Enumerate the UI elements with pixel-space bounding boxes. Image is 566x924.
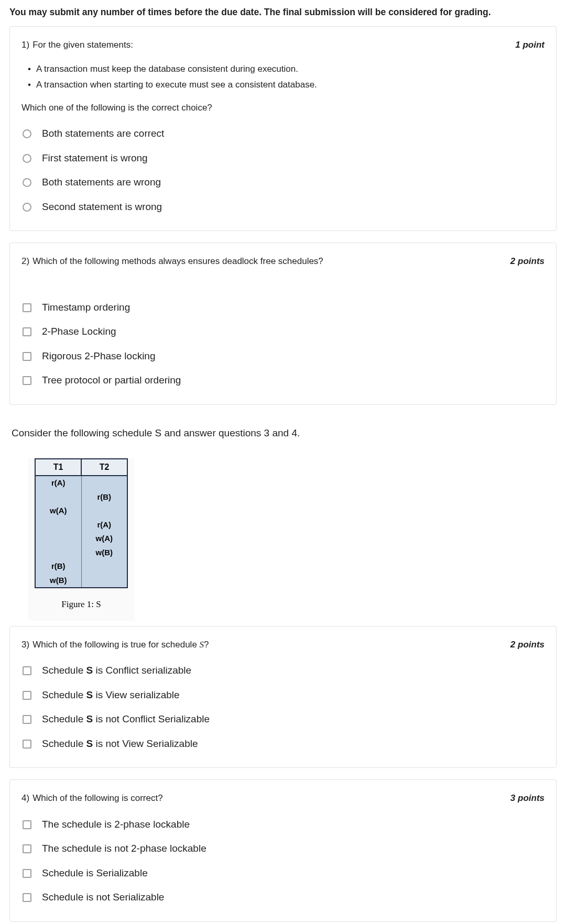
- cell: w(A): [81, 532, 127, 546]
- q1-bullet-0: A transaction must keep the database con…: [31, 62, 545, 76]
- cell: w(B): [81, 546, 127, 560]
- checkbox-icon[interactable]: [23, 869, 31, 878]
- q4-option-0[interactable]: The schedule is 2-phase lockable: [21, 812, 545, 837]
- q2-option-0[interactable]: Timestamp ordering: [21, 295, 545, 320]
- question-2: 2) Which of the following methods always…: [9, 243, 557, 405]
- cell: [35, 518, 81, 532]
- checkbox-icon[interactable]: [23, 820, 31, 829]
- q2-points: 2 points: [510, 255, 545, 268]
- q3-option-0-label: Schedule S is Conflict serializable: [42, 663, 191, 678]
- radio-icon[interactable]: [23, 154, 31, 163]
- radio-icon[interactable]: [23, 178, 31, 187]
- q2-option-1-label: 2-Phase Locking: [42, 324, 116, 339]
- q2-option-3-label: Tree protocol or partial ordering: [42, 373, 181, 388]
- question-4: 4) Which of the following is correct? 3 …: [9, 779, 557, 922]
- q1-number: 1): [21, 38, 29, 52]
- q4-number: 4): [21, 791, 29, 805]
- q1-bullet-1: A transaction when starting to execute m…: [31, 78, 545, 92]
- checkbox-icon[interactable]: [23, 844, 31, 853]
- q3-points: 2 points: [510, 638, 545, 652]
- cell: r(B): [35, 559, 81, 574]
- checkbox-icon[interactable]: [23, 740, 31, 749]
- q2-option-2[interactable]: Rigorous 2-Phase locking: [21, 344, 545, 369]
- cell: [81, 504, 127, 518]
- checkbox-icon[interactable]: [23, 352, 31, 361]
- q3-prompt-italic: S: [200, 640, 204, 650]
- q1-option-1-label: First statement is wrong: [42, 151, 148, 166]
- q4-option-0-label: The schedule is 2-phase lockable: [42, 817, 190, 832]
- q3-option-2[interactable]: Schedule S is not Conflict Serializable: [21, 707, 545, 732]
- q3-option-1[interactable]: Schedule S is View serializable: [21, 683, 545, 708]
- q2-number: 2): [21, 255, 29, 268]
- cell: [35, 546, 81, 560]
- q3-prompt: Which of the following is true for sched…: [32, 638, 209, 652]
- q4-option-3[interactable]: Schedule is not Serializable: [21, 885, 545, 910]
- q2-option-1[interactable]: 2-Phase Locking: [21, 320, 545, 344]
- cell: [35, 532, 81, 546]
- cell: r(A): [35, 476, 81, 490]
- checkbox-icon[interactable]: [23, 715, 31, 724]
- q1-option-2[interactable]: Both statements are wrong: [21, 170, 545, 195]
- question-1: 1) For the given statements: 1 point A t…: [9, 26, 557, 231]
- cell: [81, 574, 127, 588]
- cell: [81, 476, 127, 490]
- q1-points: 1 point: [515, 38, 545, 52]
- q3-option-0[interactable]: Schedule S is Conflict serializable: [21, 658, 545, 683]
- q1-option-0-label: Both statements are correct: [42, 126, 164, 141]
- radio-icon[interactable]: [23, 203, 31, 212]
- q1-option-2-label: Both statements are wrong: [42, 175, 161, 190]
- q3-prompt-post: ?: [204, 640, 209, 650]
- cell: w(A): [35, 504, 81, 518]
- cell: r(A): [81, 518, 127, 532]
- cell: [81, 559, 127, 574]
- schedule-header-t2: T2: [81, 459, 127, 476]
- schedule-header-t1: T1: [35, 459, 81, 476]
- q2-option-3[interactable]: Tree protocol or partial ordering: [21, 368, 545, 393]
- q1-option-1[interactable]: First statement is wrong: [21, 146, 545, 171]
- q2-prompt: Which of the following methods always en…: [32, 255, 323, 268]
- q4-prompt: Which of the following is correct?: [32, 791, 163, 805]
- checkbox-icon[interactable]: [23, 376, 31, 385]
- question-3: 3) Which of the following is true for sc…: [9, 626, 557, 768]
- schedule-figure: T1 T2 r(A) r(B) w(A) r(A) w(A) w(B) r(B)…: [28, 458, 134, 621]
- q2-option-0-label: Timestamp ordering: [42, 300, 130, 315]
- q3-number: 3): [21, 638, 29, 652]
- q1-option-3-label: Second statement is wrong: [42, 200, 162, 215]
- q1-subprompt: Which one of the following is the correc…: [21, 101, 545, 115]
- q3-prompt-pre: Which of the following is true for sched…: [32, 640, 199, 650]
- q4-option-2[interactable]: Schedule is Serializable: [21, 861, 545, 886]
- checkbox-icon[interactable]: [23, 893, 31, 902]
- schedule-table: T1 T2 r(A) r(B) w(A) r(A) w(A) w(B) r(B)…: [35, 458, 128, 588]
- q1-prompt: For the given statements:: [32, 38, 133, 52]
- checkbox-icon[interactable]: [23, 303, 31, 312]
- cell: r(B): [81, 490, 127, 504]
- figure-caption: Figure 1: S: [35, 598, 128, 611]
- q4-option-2-label: Schedule is Serializable: [42, 866, 148, 881]
- q4-points: 3 points: [510, 791, 545, 805]
- checkbox-icon[interactable]: [23, 327, 31, 336]
- checkbox-icon[interactable]: [23, 691, 31, 700]
- schedule-intro-text: Consider the following schedule S and an…: [9, 416, 557, 450]
- q3-option-3[interactable]: Schedule S is not View Serializable: [21, 732, 545, 756]
- q3-option-3-label: Schedule S is not View Serializable: [42, 736, 198, 752]
- q4-option-1-label: The schedule is not 2-phase lockable: [42, 841, 206, 856]
- cell: w(B): [35, 574, 81, 588]
- q3-option-2-label: Schedule S is not Conflict Serializable: [42, 712, 210, 727]
- cell: [35, 490, 81, 504]
- q3-option-1-label: Schedule S is View serializable: [42, 688, 180, 703]
- q4-option-3-label: Schedule is not Serializable: [42, 890, 164, 905]
- submission-instruction: You may submit any number of times befor…: [9, 0, 557, 26]
- q2-option-2-label: Rigorous 2-Phase locking: [42, 349, 156, 364]
- radio-icon[interactable]: [23, 129, 31, 138]
- q1-option-3[interactable]: Second statement is wrong: [21, 195, 545, 219]
- q4-option-1[interactable]: The schedule is not 2-phase lockable: [21, 837, 545, 861]
- checkbox-icon[interactable]: [23, 666, 31, 675]
- q1-option-0[interactable]: Both statements are correct: [21, 122, 545, 146]
